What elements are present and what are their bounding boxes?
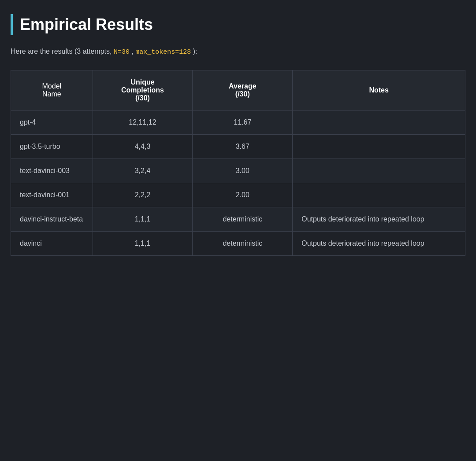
cell-model: davinci [11,232,93,256]
col-header-unique: UniqueCompletions(/30) [93,70,193,111]
cell-model: text-davinci-001 [11,183,93,207]
cell-notes: Outputs deteriorated into repeated loop [293,232,465,256]
table-row: gpt-412,11,1211.67 [11,111,465,135]
subtitle: Here are the results (3 attempts, N=30 ,… [11,46,465,58]
cell-average: 11.67 [193,111,293,135]
cell-average: 2.00 [193,183,293,207]
cell-notes [293,111,465,135]
col-header-average: Average(/30) [193,70,293,111]
subtitle-code1: N=30 [114,48,130,56]
results-table: ModelName UniqueCompletions(/30) Average… [11,70,465,256]
col-header-notes: Notes [293,70,465,111]
subtitle-pre: Here are the results (3 attempts, [11,48,114,55]
table-row: davinci1,1,1deterministicOutputs deterio… [11,232,465,256]
page-title-wrapper: Empirical Results [11,14,465,35]
cell-average: deterministic [193,207,293,232]
cell-unique: 4,4,3 [93,135,193,159]
table-row: davinci-instruct-beta1,1,1deterministicO… [11,207,465,232]
cell-unique: 1,1,1 [93,232,193,256]
cell-unique: 3,2,4 [93,159,193,183]
cell-model: gpt-3.5-turbo [11,135,93,159]
cell-notes [293,159,465,183]
cell-unique: 1,1,1 [93,207,193,232]
cell-model: text-davinci-003 [11,159,93,183]
table-row: text-davinci-0012,2,22.00 [11,183,465,207]
cell-unique: 2,2,2 [93,183,193,207]
col-header-model: ModelName [11,70,93,111]
subtitle-post: ): [191,48,197,55]
subtitle-code2: max_tokens=128 [135,48,191,56]
cell-model: gpt-4 [11,111,93,135]
subtitle-mid: , [130,48,135,55]
page-title: Empirical Results [20,15,153,34]
cell-average: deterministic [193,232,293,256]
table-header-row: ModelName UniqueCompletions(/30) Average… [11,70,465,111]
title-accent [11,14,13,35]
cell-average: 3.00 [193,159,293,183]
cell-model: davinci-instruct-beta [11,207,93,232]
table-row: gpt-3.5-turbo4,4,33.67 [11,135,465,159]
cell-notes [293,183,465,207]
cell-average: 3.67 [193,135,293,159]
cell-notes: Outputs deteriorated into repeated loop [293,207,465,232]
cell-unique: 12,11,12 [93,111,193,135]
cell-notes [293,135,465,159]
table-row: text-davinci-0033,2,43.00 [11,159,465,183]
